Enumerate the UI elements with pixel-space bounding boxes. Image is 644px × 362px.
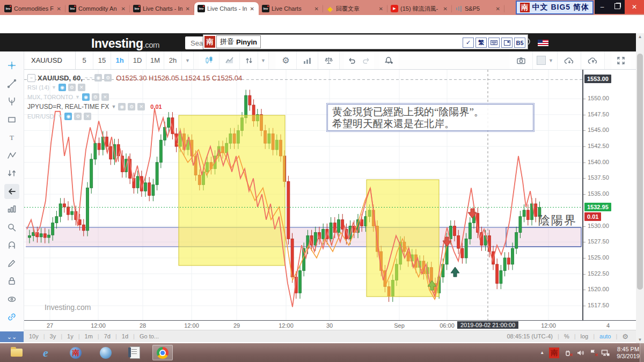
zoom-icon[interactable] [4, 220, 19, 235]
ime-mode-label[interactable]: 拼音Pinyin [216, 35, 261, 48]
indicator-settings-icon[interactable]: ⚙ [128, 103, 135, 110]
tab-close-icon[interactable]: ✕ [249, 6, 255, 12]
lock-icon[interactable] [4, 274, 19, 289]
undo-icon[interactable] [344, 51, 359, 69]
range-button-1y[interactable]: 1y [62, 333, 78, 339]
indicator-dropdown-icon[interactable]: ▼ [111, 104, 116, 109]
fullscreen-icon[interactable] [611, 51, 631, 69]
tab-close-icon[interactable]: ✕ [495, 6, 501, 12]
snapshot-camera-icon[interactable] [509, 51, 533, 69]
taskbar-explorer-icon[interactable] [6, 345, 27, 360]
crosshair-icon[interactable] [4, 58, 19, 73]
measure-icon[interactable] [4, 202, 19, 217]
tray-usb-icon[interactable]: ✕ [564, 349, 572, 357]
timeframe-button-1M[interactable]: 1M [147, 51, 164, 69]
indicator-name[interactable]: JPYUSD=R, REAL-TIME FX [27, 103, 109, 110]
indicator-settings-icon[interactable]: ⚙ [68, 84, 76, 91]
legend-collapse-icon[interactable]: − [27, 74, 35, 82]
tab-close-icon[interactable]: ✕ [313, 6, 320, 12]
tray-volume-icon[interactable] [576, 349, 584, 357]
footer-gear-icon[interactable]: ⚙ [622, 333, 628, 341]
taskbar-chromium-icon[interactable] [96, 345, 116, 360]
restore-button[interactable] [610, 3, 625, 11]
yin-yang-band[interactable] [26, 227, 581, 247]
browser-tab-0[interactable]: InvCommodities F✕ [1, 2, 65, 15]
scroll-up-icon[interactable]: ▲ [636, 34, 644, 39]
indicator-name[interactable]: EUR/USD, [27, 113, 56, 120]
close-button[interactable]: ✕ [625, 0, 644, 14]
tab-close-icon[interactable]: ✕ [442, 6, 449, 12]
browser-tab-1[interactable]: InvCommodity An✕ [65, 2, 130, 15]
indicator-settings-icon[interactable]: ⚙ [74, 113, 82, 120]
compare-button[interactable] [240, 51, 258, 69]
log-scale-button[interactable]: log [581, 333, 589, 339]
timeframe-button-2h[interactable]: 2h [164, 51, 182, 69]
eye-icon[interactable] [4, 292, 19, 307]
timeframe-button-15[interactable]: 15 [93, 51, 111, 69]
indicator-eye-icon[interactable]: ◉ [82, 93, 90, 101]
browser-tab-4[interactable]: InvLive Charts✕ [259, 2, 323, 15]
candlestick-style-button[interactable] [199, 51, 219, 69]
indicator-close-icon[interactable]: ✕ [137, 103, 145, 110]
indicator-name[interactable]: MUX, TORONTO [27, 94, 73, 100]
alert-price-badge[interactable]: 1553.00 [584, 75, 611, 83]
ime-keyboard-icon[interactable] [488, 38, 500, 48]
pitchfork-icon[interactable] [4, 94, 19, 109]
indicator-settings-icon[interactable]: ⚙ [92, 93, 99, 101]
ime-language-badge[interactable]: 南 中文 BIG5 简体 [516, 1, 594, 14]
yin-yang-boundary-label[interactable]: 陰陽界 [538, 212, 577, 228]
indicator-dropdown-icon[interactable]: ▼ [52, 85, 56, 90]
taskbar-notes-icon[interactable] [125, 345, 145, 360]
price-axis[interactable]: 1550.001547.501545.001542.501540.001537.… [582, 70, 636, 320]
legend-settings-icon[interactable]: ⚙ [104, 74, 112, 82]
auto-scale-button[interactable]: auto [599, 333, 611, 339]
legend-eye-icon[interactable]: ◉ [94, 74, 102, 82]
redo-icon[interactable] [359, 51, 374, 69]
legend-symbol-title[interactable]: XAU/USD, 60, [38, 74, 83, 82]
indicator-close-icon[interactable]: ✕ [84, 113, 91, 120]
show-desktop-button[interactable] [640, 343, 644, 362]
cloud-save-icon[interactable] [581, 51, 605, 69]
indicator-close-icon[interactable]: ✕ [101, 93, 109, 101]
last-price-badge[interactable]: 1532.95 [584, 203, 611, 211]
tab-close-icon[interactable]: ✕ [56, 6, 62, 12]
tray-network-icon[interactable] [601, 349, 610, 357]
clock-utc-label[interactable]: 08:45:15 (UTC-4) [507, 333, 553, 339]
ime-traditional-toggle[interactable]: 繁 [475, 38, 487, 48]
tab-close-icon[interactable]: ✕ [120, 6, 127, 12]
timeframe-button-1h[interactable]: 1h [111, 51, 129, 69]
goto-button[interactable]: Go to... [135, 333, 164, 339]
tray-action-center-flag-icon[interactable]: ✕ [589, 349, 596, 357]
indicator-dropdown-icon[interactable]: ▼ [58, 114, 63, 119]
symbol-search-box[interactable]: XAU/USD [26, 51, 76, 69]
range-button-10y[interactable]: 10y [24, 333, 43, 339]
ime-window-icon[interactable] [501, 38, 513, 48]
timeframe-button-1D[interactable]: 1D [129, 51, 147, 69]
range-button-1m[interactable]: 1m [80, 333, 98, 339]
cloud-load-icon[interactable] [558, 51, 581, 69]
range-button-1d[interactable]: 1d [117, 333, 133, 339]
ime-big5-toggle[interactable]: B5 [514, 38, 525, 48]
indicator-close-icon[interactable]: ✕ [78, 84, 85, 91]
text-tool-icon[interactable]: T [4, 130, 19, 145]
back-arrow-icon[interactable] [4, 184, 19, 199]
magnet-icon[interactable] [4, 238, 19, 253]
browser-tab-2[interactable]: InvLive Charts - In✕ [130, 2, 194, 15]
site-logo[interactable]: Investing.com [91, 36, 159, 51]
trend-line-icon[interactable] [4, 76, 19, 91]
browser-tab-6[interactable]: ▶(15) 韓流消風-✕ [387, 2, 452, 15]
background-swatch-button[interactable]: ▼ [533, 51, 558, 69]
scroll-down-icon[interactable]: ▼ [636, 337, 644, 342]
indicator-eye-icon[interactable]: ◉ [64, 113, 72, 120]
draw-pencil-icon[interactable] [4, 256, 19, 271]
timeframe-dropdown[interactable]: ▼ [182, 51, 194, 69]
tab-close-icon[interactable]: ✕ [378, 6, 384, 12]
pattern-icon[interactable] [4, 148, 19, 163]
chart-annotation-textbox[interactable]: 黄金現貨已經跑上我的“陰陽界”。 希望明天醒來還是在北岸。 [327, 104, 533, 131]
page-scrollbar[interactable]: ▲ ▼ [636, 33, 644, 343]
time-axis[interactable]: 2712:002812:002912:0030Sep06:0012:004201… [24, 320, 636, 330]
forecast-icon[interactable] [4, 166, 19, 181]
add-alert-bell-icon[interactable] [379, 51, 399, 69]
range-button-3y[interactable]: 3y [45, 333, 61, 339]
tray-njstar-icon[interactable]: 南 [549, 348, 559, 358]
